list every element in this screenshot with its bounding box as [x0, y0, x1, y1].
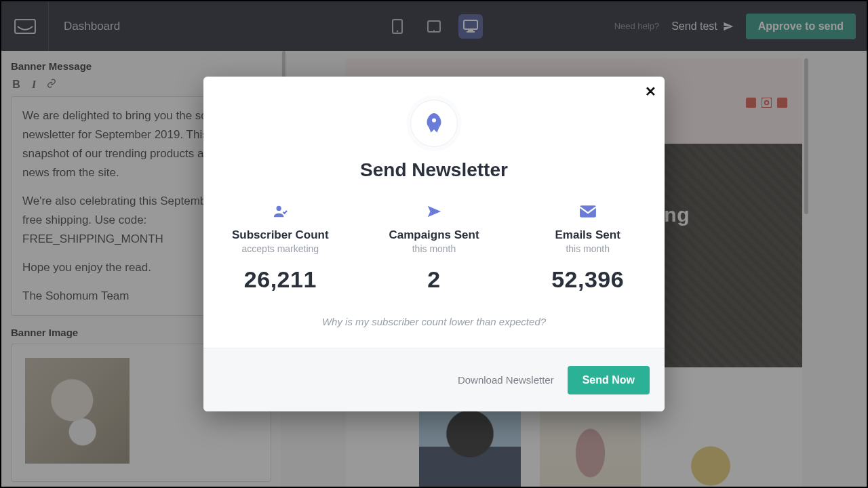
stat-value: 52,396 — [511, 266, 665, 293]
why-link[interactable]: Why is my subscriber count lower than ex… — [203, 316, 665, 327]
user-check-icon — [272, 204, 288, 219]
stat-emails-sent: Emails Sent this month 52,396 — [511, 204, 665, 293]
svg-point-12 — [432, 119, 436, 123]
modal-title: Send Newsletter — [203, 159, 665, 181]
stat-title: Subscriber Count — [203, 228, 357, 242]
rocket-icon — [422, 111, 446, 136]
envelope-icon — [579, 204, 597, 219]
rocket-badge — [410, 100, 458, 147]
svg-rect-14 — [580, 205, 596, 217]
send-now-button[interactable]: Send Now — [568, 366, 650, 394]
stat-value: 2 — [357, 266, 511, 293]
modal-stats: Subscriber Count accepts marketing 26,21… — [203, 204, 665, 293]
stat-campaigns-sent: Campaigns Sent this month 2 — [357, 204, 511, 293]
close-button[interactable]: ✕ — [645, 83, 656, 100]
paper-plane-icon — [426, 204, 442, 219]
stat-subtitle: this month — [511, 243, 665, 254]
modal-footer: Download Newsletter Send Now — [203, 348, 665, 411]
stat-title: Campaigns Sent — [357, 228, 511, 242]
send-newsletter-modal: ✕ Send Newsletter Subscriber Count accep… — [203, 77, 665, 411]
stat-value: 26,211 — [203, 266, 357, 293]
close-icon: ✕ — [645, 84, 656, 99]
stat-subtitle: this month — [357, 243, 511, 254]
svg-point-13 — [277, 206, 281, 211]
stat-title: Emails Sent — [511, 228, 665, 242]
stat-subscriber-count: Subscriber Count accepts marketing 26,21… — [203, 204, 357, 293]
download-newsletter-link[interactable]: Download Newsletter — [458, 374, 554, 386]
stat-subtitle: accepts marketing — [203, 243, 357, 254]
